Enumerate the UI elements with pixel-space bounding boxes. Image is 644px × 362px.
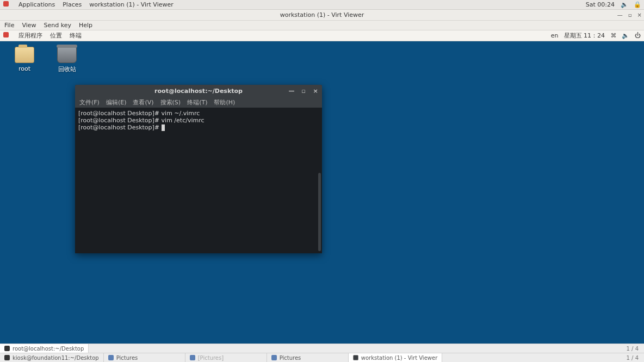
pager[interactable]: 1 / 4 (621, 355, 644, 361)
folder-icon (271, 355, 277, 360)
pager[interactable]: 1 / 4 (621, 346, 644, 352)
command: vim ~/.vimrc (162, 110, 200, 117)
prompt: [root@localhost Desktop]# (78, 110, 162, 117)
task-label: kiosk@foundation11:~/Desktop (13, 355, 99, 361)
task-label: [Pictures] (198, 355, 224, 361)
terminal-scrollbar[interactable] (318, 173, 321, 251)
viewer-close-button[interactable]: × (637, 10, 642, 21)
term-menu-view[interactable]: 查看(V) (133, 98, 153, 107)
host-clock[interactable]: Sat 00:24 (586, 1, 615, 8)
trash-icon (57, 47, 77, 63)
desktop-icon-trash[interactable]: 回收站 (48, 47, 86, 73)
vm-lang-indicator[interactable]: en (551, 32, 559, 39)
current-app-label[interactable]: workstation (1) - Virt Viewer (89, 1, 174, 8)
task-button[interactable]: workstation (1) - Virt Viewer (349, 353, 443, 362)
viewer-title: workstation (1) - Virt Viewer (280, 11, 364, 18)
menu-places[interactable]: Places (63, 1, 82, 8)
term-menu-help[interactable]: 帮助(H) (214, 98, 235, 107)
fedora-logo-icon (3, 32, 11, 39)
menu-view[interactable]: View (22, 22, 36, 29)
vm-menu-terminal[interactable]: 终端 (70, 32, 82, 40)
term-menu-edit[interactable]: 编辑(E) (106, 98, 127, 107)
task-label: root@localhost:~/Desktop (13, 346, 84, 352)
desktop-icon-label: 回收站 (48, 65, 86, 73)
task-button[interactable]: Pictures (267, 353, 349, 362)
folder-icon (15, 47, 34, 63)
viewer-menubar: File View Send key Help (0, 21, 644, 30)
viewer-maximize-button[interactable]: ▫ (628, 10, 632, 21)
viewer-minimize-button[interactable]: — (617, 10, 623, 21)
network-icon[interactable]: ⌘ (610, 33, 617, 39)
term-menu-file[interactable]: 文件(F) (79, 98, 100, 107)
term-menu-search[interactable]: 搜索(S) (160, 98, 181, 107)
fedora-logo-icon (3, 1, 11, 8)
terminal-body[interactable]: [root@localhost Desktop]# vim ~/.vimrc [… (75, 108, 322, 253)
vm-top-panel: 应用程序 位置 终端 en 星期五 11：24 ⌘ 🔈 ⏻ (0, 30, 644, 41)
desktop-icon-root[interactable]: root (5, 47, 44, 72)
task-label: workstation (1) - Virt Viewer (361, 355, 438, 361)
task-label: Pictures (116, 355, 138, 361)
host-taskbar-upper: root@localhost:~/Desktop 1 / 4 (0, 344, 644, 353)
vm-clock[interactable]: 星期五 11：24 (564, 32, 605, 40)
terminal-titlebar[interactable]: root@localhost:~/Desktop — ▫ × (75, 85, 322, 97)
menu-file[interactable]: File (4, 22, 14, 29)
menu-applications[interactable]: Applications (18, 1, 55, 8)
cursor-icon (162, 124, 165, 131)
task-label: Pictures (280, 355, 301, 361)
folder-icon (190, 355, 195, 360)
task-button[interactable]: kiosk@foundation11:~/Desktop (0, 353, 104, 362)
terminal-minimize-button[interactable]: — (288, 88, 295, 95)
terminal-close-button[interactable]: × (312, 88, 319, 95)
vm-desktop[interactable]: 应用程序 位置 终端 en 星期五 11：24 ⌘ 🔈 ⏻ root 回收站 r… (0, 30, 644, 344)
host-taskbar-lower: kiosk@foundation11:~/Desktop Pictures [P… (0, 353, 644, 362)
terminal-icon (4, 355, 10, 360)
desktop-icon-label: root (5, 65, 44, 72)
prompt: [root@localhost Desktop]# (78, 124, 162, 131)
viewer-titlebar[interactable]: workstation (1) - Virt Viewer — ▫ × (0, 10, 644, 21)
task-button[interactable]: root@localhost:~/Desktop (0, 344, 89, 353)
host-topbar: Applications Places workstation (1) - Vi… (0, 0, 644, 10)
terminal-icon (4, 346, 10, 351)
term-menu-terminal[interactable]: 终端(T) (187, 98, 207, 107)
terminal-title: root@localhost:~/Desktop (154, 88, 243, 95)
task-button[interactable]: [Pictures] (185, 353, 267, 362)
power-icon[interactable]: ⏻ (634, 33, 641, 39)
virt-viewer-icon (353, 355, 358, 360)
menu-help[interactable]: Help (79, 22, 92, 29)
vm-menu-places[interactable]: 位置 (50, 32, 62, 40)
terminal-menubar: 文件(F) 编辑(E) 查看(V) 搜索(S) 终端(T) 帮助(H) (75, 97, 322, 108)
menu-sendkey[interactable]: Send key (44, 22, 71, 29)
lock-icon[interactable]: 🔒 (634, 2, 641, 8)
prompt: [root@localhost Desktop]# (78, 117, 162, 124)
terminal-window[interactable]: root@localhost:~/Desktop — ▫ × 文件(F) 编辑(… (75, 85, 322, 253)
terminal-maximize-button[interactable]: ▫ (300, 88, 307, 95)
command: vim /etc/vimrc (162, 117, 205, 124)
vm-menu-apps[interactable]: 应用程序 (18, 32, 42, 40)
volume-icon[interactable]: 🔈 (622, 33, 629, 39)
task-button[interactable]: Pictures (104, 353, 185, 362)
folder-icon (108, 355, 114, 360)
volume-icon[interactable]: 🔈 (621, 2, 628, 8)
